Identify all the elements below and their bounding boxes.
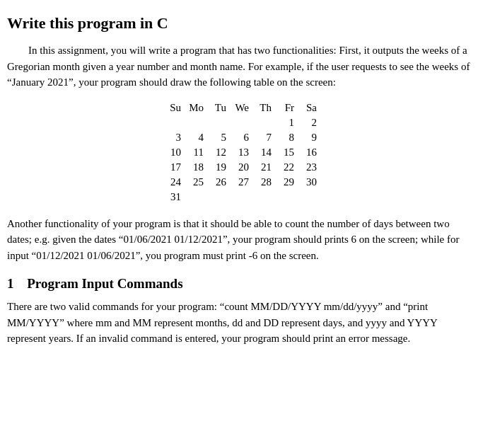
calendar-cell xyxy=(229,115,252,130)
calendar-cell: 18 xyxy=(184,160,206,175)
calendar-cell: 6 xyxy=(229,130,252,145)
calendar-cell: 11 xyxy=(184,145,206,160)
calendar-cell: 21 xyxy=(252,160,274,175)
calendar-header-row: SuMoTuWeThFrSa xyxy=(161,100,320,115)
calendar-table: SuMoTuWeThFrSa 1234567891011121314151617… xyxy=(161,100,320,205)
calendar-cell xyxy=(206,115,229,130)
calendar-cell xyxy=(161,115,184,130)
calendar-cell: 30 xyxy=(297,175,320,190)
calendar-container: SuMoTuWeThFrSa 1234567891011121314151617… xyxy=(7,100,474,205)
calendar-cell: 24 xyxy=(161,175,184,190)
calendar-cell: 4 xyxy=(184,130,206,145)
calendar-cell: 23 xyxy=(297,160,320,175)
calendar-header-cell: Su xyxy=(161,100,184,115)
calendar-cell: 16 xyxy=(297,145,320,160)
calendar-header-cell: Tu xyxy=(206,100,229,115)
calendar-row: 10111213141516 xyxy=(161,145,320,160)
calendar-cell: 1 xyxy=(274,115,297,130)
calendar-cell: 12 xyxy=(206,145,229,160)
calendar-cell: 2 xyxy=(297,115,320,130)
calendar-cell xyxy=(297,190,320,205)
calendar-row: 24252627282930 xyxy=(161,175,320,190)
calendar-row: 17181920212223 xyxy=(161,160,320,175)
section1-body: There are two valid commands for your pr… xyxy=(7,299,474,347)
calendar-cell xyxy=(252,115,274,130)
calendar-cell xyxy=(184,190,206,205)
calendar-cell xyxy=(206,190,229,205)
calendar-cell: 3 xyxy=(161,130,184,145)
calendar-cell: 5 xyxy=(206,130,229,145)
calendar-cell xyxy=(252,190,274,205)
intro-paragraph: In this assignment, you will write a pro… xyxy=(7,42,474,91)
section1-heading-text: Program Input Commands xyxy=(27,276,182,291)
calendar-header-cell: Th xyxy=(252,100,274,115)
calendar-cell: 9 xyxy=(297,130,320,145)
calendar-cell: 17 xyxy=(161,160,184,175)
calendar-cell xyxy=(274,190,297,205)
calendar-cell: 20 xyxy=(229,160,252,175)
page-title: Write this program in C xyxy=(7,14,474,33)
calendar-cell: 7 xyxy=(252,130,274,145)
calendar-cell: 19 xyxy=(206,160,229,175)
calendar-cell: 28 xyxy=(252,175,274,190)
calendar-cell xyxy=(229,190,252,205)
calendar-cell: 27 xyxy=(229,175,252,190)
calendar-cell: 31 xyxy=(161,190,184,205)
second-paragraph: Another functionality of your program is… xyxy=(7,216,474,264)
calendar-header-cell: Sa xyxy=(297,100,320,115)
calendar-header-cell: Fr xyxy=(274,100,297,115)
calendar-row: 3456789 xyxy=(161,130,320,145)
calendar-row: 12 xyxy=(161,115,320,130)
section1-number: 1 xyxy=(7,276,14,291)
calendar-cell: 26 xyxy=(206,175,229,190)
calendar-cell: 25 xyxy=(184,175,206,190)
calendar-cell: 14 xyxy=(252,145,274,160)
calendar-cell: 10 xyxy=(161,145,184,160)
calendar-cell xyxy=(184,115,206,130)
calendar-cell: 8 xyxy=(274,130,297,145)
calendar-cell: 29 xyxy=(274,175,297,190)
calendar-cell: 22 xyxy=(274,160,297,175)
calendar-header-cell: Mo xyxy=(184,100,206,115)
calendar-cell: 13 xyxy=(229,145,252,160)
calendar-cell: 15 xyxy=(274,145,297,160)
calendar-header-cell: We xyxy=(229,100,252,115)
section1-heading: 1 Program Input Commands xyxy=(7,276,474,292)
calendar-row: 31 xyxy=(161,190,320,205)
